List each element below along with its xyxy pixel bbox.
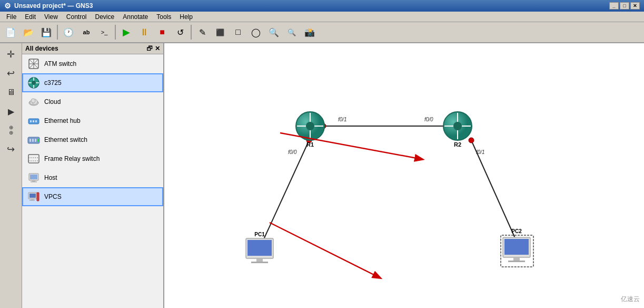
host-label: Host <box>44 174 57 181</box>
svg-point-52 <box>306 122 314 130</box>
maximize-button[interactable]: □ <box>620 2 629 9</box>
menu-help[interactable]: Help <box>175 12 197 22</box>
router-R1[interactable]: R1 <box>296 112 324 148</box>
save-button[interactable]: 💾 <box>38 24 55 40</box>
add-shape-button[interactable]: ◯ <box>247 24 264 40</box>
device-panel: All devices 🗗 ✕ ATM switch <box>22 43 164 308</box>
panel-controls: 🗗 ✕ <box>146 45 160 52</box>
stop-button[interactable]: ■ <box>154 24 171 40</box>
text-button[interactable]: ab <box>78 24 95 40</box>
svg-rect-18 <box>35 120 37 122</box>
menu-annotate[interactable]: Annotate <box>118 12 152 22</box>
timer-button[interactable]: 🕐 <box>60 24 77 40</box>
device-list: ATM switch c3725 <box>22 54 163 308</box>
svg-rect-67 <box>256 258 263 262</box>
device-item-frame-relay[interactable]: Frame Relay switch <box>22 149 163 168</box>
monitor-tool[interactable]: 🖥 <box>2 83 20 101</box>
svg-rect-24 <box>28 155 39 163</box>
select-tool[interactable]: ✛ <box>2 45 20 63</box>
svg-text:R2: R2 <box>454 141 461 148</box>
svg-text:PC2: PC2 <box>511 228 522 234</box>
add-note-button[interactable]: □ <box>230 24 246 40</box>
new-project-button[interactable]: 📄 <box>2 24 19 40</box>
zoom-out-button[interactable]: 🔍 <box>283 24 300 40</box>
svg-point-59 <box>453 122 462 130</box>
ethernet-switch-label: Ethernet switch <box>44 136 87 143</box>
svg-rect-30 <box>31 181 37 182</box>
title-bar: ⚙ Unsaved project* — GNS3 _ □ ✕ <box>0 0 644 12</box>
ethernet-switch-icon <box>27 133 40 146</box>
device-item-ethernet-hub[interactable]: Ethernet hub <box>22 111 163 130</box>
separator-3 <box>191 25 192 40</box>
toolbar: 📄 📂 💾 🕐 ab >_ ▶ ⏸ ■ ↺ ✎ ⬛ □ ◯ 🔍 🔍 📸 <box>0 22 644 43</box>
undo-tool[interactable]: ↪ <box>2 140 20 158</box>
ethernet-hub-label: Ethernet hub <box>44 117 81 124</box>
menu-file[interactable]: File <box>2 12 21 22</box>
svg-rect-28 <box>30 175 37 179</box>
menu-device[interactable]: Device <box>91 12 119 22</box>
open-button[interactable]: 📂 <box>20 24 37 40</box>
svg-rect-17 <box>33 120 34 122</box>
svg-rect-29 <box>32 180 35 181</box>
minimize-button[interactable]: _ <box>609 2 619 9</box>
svg-line-37 <box>262 140 309 244</box>
svg-text:PC1: PC1 <box>254 232 265 237</box>
svg-rect-32 <box>29 194 36 198</box>
add-link-button[interactable]: ⬛ <box>212 24 229 40</box>
atm-switch-icon <box>27 57 40 70</box>
c3725-label: c3725 <box>44 79 62 86</box>
svg-point-6 <box>32 81 36 85</box>
svg-rect-33 <box>31 199 34 200</box>
pc-PC2[interactable]: PC2 <box>501 228 533 267</box>
menu-control[interactable]: Control <box>62 12 91 22</box>
svg-point-14 <box>31 99 35 103</box>
device-item-ethernet-switch[interactable]: Ethernet switch <box>22 130 163 149</box>
svg-line-38 <box>471 140 517 243</box>
svg-rect-23 <box>37 139 38 142</box>
terminal-button[interactable]: >_ <box>96 24 113 40</box>
back-button[interactable]: ↩ <box>2 64 20 82</box>
router-R2[interactable]: R2 <box>443 112 472 148</box>
device-item-cloud[interactable]: Cloud <box>22 92 163 111</box>
svg-rect-21 <box>32 139 34 142</box>
panel-restore[interactable]: 🗗 <box>146 45 153 52</box>
pc-PC1[interactable]: PC1 <box>246 232 273 263</box>
window-controls: _ □ ✕ <box>609 2 640 9</box>
edit-node-button[interactable]: ✎ <box>194 24 211 40</box>
svg-point-42 <box>469 138 474 143</box>
network-topology: f0/1 f0/0 f0/0 f0/1 e0 e0 R1 <box>164 43 644 308</box>
atm-switch-label: ATM switch <box>44 60 76 68</box>
close-button[interactable]: ✕ <box>630 2 640 9</box>
svg-text:f0/1: f0/1 <box>338 117 347 122</box>
vpcs-icon <box>27 190 40 203</box>
play-button[interactable]: ▶ <box>118 24 135 40</box>
device-item-c3725[interactable]: c3725 <box>22 73 163 92</box>
svg-rect-74 <box>508 261 525 262</box>
app-icon: ⚙ <box>4 2 11 10</box>
svg-rect-73 <box>513 257 520 261</box>
canvas[interactable]: f0/1 f0/0 f0/0 f0/1 e0 e0 R1 <box>164 43 644 308</box>
reload-button[interactable]: ↺ <box>172 24 189 40</box>
play-tool[interactable]: ▶ <box>2 102 20 120</box>
svg-rect-72 <box>504 239 529 255</box>
menu-tools[interactable]: Tools <box>152 12 175 22</box>
cloud-icon <box>27 95 40 108</box>
separator-2 <box>115 25 116 40</box>
device-item-host[interactable]: Host <box>22 168 163 187</box>
menu-view[interactable]: View <box>40 12 62 22</box>
device-item-vpcs[interactable]: VPCS <box>22 187 163 206</box>
main-area: ✛ ↩ 🖥 ▶ ⊕ ⊕ ↪ All devices 🗗 ✕ <box>0 43 644 308</box>
frame-relay-icon <box>27 152 40 165</box>
left-toolbar: ✛ ↩ 🖥 ▶ ⊕ ⊕ ↪ <box>0 43 22 308</box>
panel-close[interactable]: ✕ <box>155 45 160 52</box>
svg-text:f0/0: f0/0 <box>424 117 433 122</box>
pause-button[interactable]: ⏸ <box>136 24 153 40</box>
move-tool[interactable]: ⊕ ⊕ <box>2 121 20 139</box>
zoom-in-button[interactable]: 🔍 <box>265 24 282 40</box>
svg-rect-34 <box>29 200 35 201</box>
svg-rect-20 <box>29 139 31 142</box>
device-item-atm-switch[interactable]: ATM switch <box>22 54 163 73</box>
screenshot-button[interactable]: 📸 <box>301 24 318 40</box>
svg-rect-16 <box>30 120 32 122</box>
menu-edit[interactable]: Edit <box>21 12 40 22</box>
